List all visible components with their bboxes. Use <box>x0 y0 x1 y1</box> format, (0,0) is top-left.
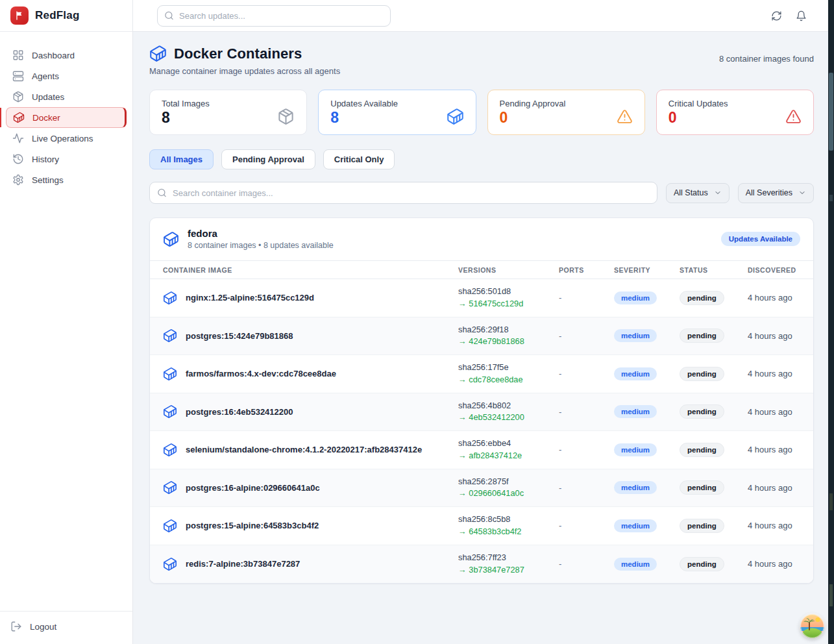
stat-label: Total Images <box>162 99 210 108</box>
table-row[interactable]: postgres:16:4eb532412200 sha256:4b802 → … <box>150 393 813 432</box>
severity-filter-value: All Severities <box>746 188 792 197</box>
table-row[interactable]: nginx:1.25-alpine:516475cc129d sha256:50… <box>150 279 813 317</box>
sidebar-item-live-operations[interactable]: Live Operations <box>6 128 127 149</box>
grid-icon <box>12 49 24 61</box>
ports-value: - <box>559 483 614 493</box>
stat-card-total-images: Total Images 8 <box>149 90 307 135</box>
discovered-time: 4 hours ago <box>748 407 800 417</box>
sidebar-item-label: History <box>32 155 59 164</box>
updates-available-badge: Updates Available <box>721 232 800 246</box>
container-icon <box>163 404 177 419</box>
search-icon <box>164 11 174 21</box>
container-icon <box>163 291 177 305</box>
severity-badge: medium <box>614 367 657 380</box>
package-icon <box>277 108 295 125</box>
severity-badge: medium <box>614 443 657 456</box>
status-badge: pending <box>680 557 724 571</box>
tab-all-images[interactable]: All Images <box>149 149 214 169</box>
table-row[interactable]: postgres:15-alpine:64583b3cb4f2 sha256:8… <box>150 507 813 545</box>
ports-value: - <box>559 445 614 454</box>
table-row[interactable]: selenium/standalone-chrome:4.1.2-2022021… <box>150 431 813 469</box>
sidebar-item-label: Docker <box>32 113 60 123</box>
column-header: Ports <box>559 266 614 274</box>
global-search-input[interactable] <box>157 5 391 27</box>
brand: RedFlag <box>0 0 132 32</box>
discovered-time: 4 hours ago <box>748 559 800 569</box>
logout-button[interactable]: Logout <box>10 621 122 632</box>
sidebar-footer: Logout <box>0 611 132 644</box>
container-icon <box>163 231 179 247</box>
island-extension-icon[interactable] <box>800 614 824 638</box>
container-icon <box>163 519 177 533</box>
sidebar-item-history[interactable]: History <box>6 149 127 169</box>
group-meta: 8 container images • 8 updates available <box>188 241 334 250</box>
image-search-input[interactable] <box>149 182 657 204</box>
sidebar-item-docker[interactable]: Docker <box>6 107 127 128</box>
image-name: postgres:16:4eb532412200 <box>186 407 293 417</box>
image-name: postgres:16-alpine:029660641a0c <box>186 483 320 493</box>
table-row[interactable]: postgres:15:424e79b81868 sha256:29f18 → … <box>150 317 813 356</box>
sidebar-item-dashboard[interactable]: Dashboard <box>6 45 127 66</box>
scrollbar-thumb[interactable] <box>829 73 833 151</box>
bell-icon <box>796 10 807 21</box>
refresh-button[interactable] <box>771 10 782 21</box>
discovered-time: 4 hours ago <box>748 521 800 530</box>
alert-triangle-icon <box>617 108 633 125</box>
container-icon <box>149 45 167 62</box>
chevron-down-icon <box>714 189 722 197</box>
ports-value: - <box>559 369 614 378</box>
tab-critical-only[interactable]: Critical Only <box>323 149 395 169</box>
sidebar: RedFlag Dashboard Agents Updates Docker … <box>0 0 133 644</box>
ports-value: - <box>559 331 614 341</box>
scrollbar[interactable] <box>828 0 834 644</box>
sidebar-item-settings[interactable]: Settings <box>6 169 127 190</box>
current-version: sha256:ebbe4 <box>458 438 559 450</box>
status-filter-select[interactable]: All Status <box>666 183 730 203</box>
severity-badge: medium <box>614 405 657 418</box>
page-header: Docker Containers Manage container image… <box>149 45 814 76</box>
discovered-time: 4 hours ago <box>748 331 800 341</box>
notifications-button[interactable] <box>796 10 807 21</box>
table-row[interactable]: redis:7-alpine:3b73847e7287 sha256:7ff23… <box>150 545 813 584</box>
group-name: fedora <box>188 228 334 239</box>
severity-badge: medium <box>614 329 657 342</box>
table-row[interactable]: farmos/farmos:4.x-dev:cdc78cee8dae sha25… <box>150 355 813 393</box>
brand-name: RedFlag <box>35 9 79 22</box>
stat-value: 0 <box>668 110 728 126</box>
sidebar-item-label: Settings <box>32 175 64 185</box>
image-name: redis:7-alpine:3b73847e7287 <box>186 559 300 569</box>
sidebar-item-updates[interactable]: Updates <box>6 86 127 107</box>
sidebar-item-agents[interactable]: Agents <box>6 66 127 86</box>
stat-label: Pending Approval <box>500 99 566 108</box>
status-filter-value: All Status <box>674 188 708 197</box>
stat-card-critical-updates: Critical Updates 0 <box>656 90 814 135</box>
history-clock-icon <box>12 153 24 165</box>
stats-cards: Total Images 8 Updates Available 8 Pendi… <box>149 90 814 135</box>
sidebar-nav: Dashboard Agents Updates Docker Live Ope… <box>0 32 132 611</box>
current-version: sha256:4b802 <box>458 400 559 412</box>
package-icon <box>12 91 24 103</box>
column-header: Versions <box>458 266 559 274</box>
column-header: Discovered <box>748 266 800 274</box>
severity-filter-select[interactable]: All Severities <box>738 183 814 203</box>
stat-card-updates-available: Updates Available 8 <box>318 90 476 135</box>
table-header-row: Container Image Versions Ports Severity … <box>150 260 813 279</box>
container-icon <box>163 557 177 571</box>
ports-value: - <box>559 521 614 530</box>
status-badge: pending <box>680 404 724 419</box>
tab-pending-approval[interactable]: Pending Approval <box>221 149 315 169</box>
severity-badge: medium <box>614 558 657 571</box>
search-icon <box>157 188 167 198</box>
update-version: → cdc78cee8dae <box>458 374 559 386</box>
current-version: sha256:29f18 <box>458 324 559 336</box>
update-version: → afb28437412e <box>458 450 559 462</box>
update-version: → 3b73847e7287 <box>458 564 559 576</box>
table-row[interactable]: postgres:16-alpine:029660641a0c sha256:2… <box>150 469 813 508</box>
container-icon <box>163 328 177 343</box>
current-version: sha256:8c5b8 <box>458 514 559 526</box>
image-name: postgres:15-alpine:64583b3cb4f2 <box>186 521 319 530</box>
update-version: → 516475cc129d <box>458 298 559 310</box>
status-badge: pending <box>680 519 724 533</box>
current-version: sha256:17f5e <box>458 362 559 374</box>
filter-tabs: All Images Pending Approval Critical Onl… <box>149 149 814 169</box>
